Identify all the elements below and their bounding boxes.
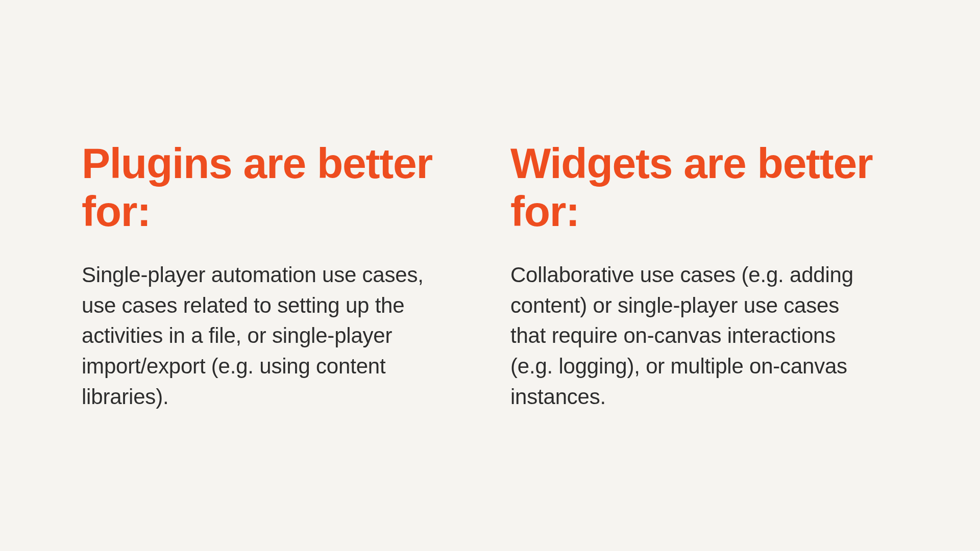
column-plugins: Plugins are better for: Single-player au…	[82, 139, 449, 412]
plugins-body: Single-player automation use cases, use …	[82, 260, 449, 412]
widgets-body: Collaborative use cases (e.g. adding con…	[510, 260, 878, 412]
column-widgets: Widgets are better for: Collaborative us…	[510, 139, 878, 412]
slide-content: Plugins are better for: Single-player au…	[0, 139, 980, 412]
widgets-heading: Widgets are better for:	[510, 139, 878, 235]
plugins-heading: Plugins are better for:	[82, 139, 449, 235]
